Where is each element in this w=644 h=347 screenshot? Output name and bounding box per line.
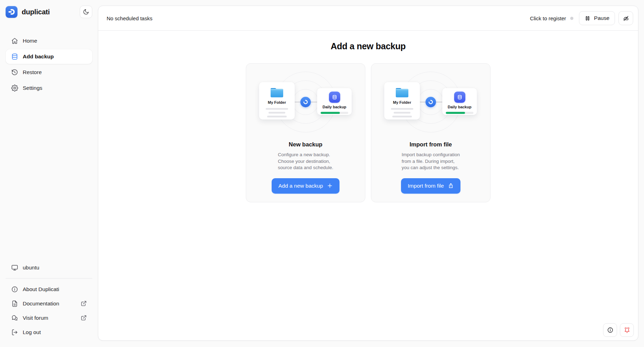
content-area: Add a new backup xyxy=(98,31,638,340)
sync-icon xyxy=(300,97,311,107)
register-status-dot xyxy=(570,17,573,20)
throttle-gauge-icon xyxy=(623,15,629,22)
folder-icon xyxy=(395,87,409,98)
info-icon xyxy=(11,286,18,293)
card-description: Import backup configuration from a file.… xyxy=(402,152,460,171)
backup-app-icon xyxy=(454,92,465,103)
footer-item-label: Visit forum xyxy=(23,315,48,321)
skeleton-lines xyxy=(259,108,295,117)
backup-app-icon xyxy=(329,92,340,103)
footer-item-label: Log out xyxy=(23,329,41,335)
skeleton-lines xyxy=(384,108,420,117)
sidebar-item-home[interactable]: Home xyxy=(6,34,92,48)
backup-progress-bar xyxy=(321,112,348,114)
backup-illustration: My Folder xyxy=(246,64,365,136)
sidebar-item-settings[interactable]: Settings xyxy=(6,81,92,95)
sidebar-item-documentation[interactable]: Documentation xyxy=(6,296,92,311)
sidebar-item-visit-forum[interactable]: Visit forum xyxy=(6,311,92,325)
backup-option-cards: My Folder xyxy=(246,63,491,202)
pause-button[interactable]: Pause xyxy=(579,11,615,25)
import-from-file-button[interactable]: Import from file xyxy=(401,178,460,194)
info-button[interactable] xyxy=(603,323,617,337)
sidebar-item-add-backup[interactable]: Add backup xyxy=(6,49,92,64)
plus-icon xyxy=(327,183,333,189)
card-title: New backup xyxy=(289,141,322,148)
sidebar-divider xyxy=(6,278,92,279)
source-folder-label: My Folder xyxy=(393,100,411,104)
chat-bubbles-icon xyxy=(11,315,18,321)
bell-ringing-icon xyxy=(624,327,630,333)
click-to-register-link[interactable]: Click to register xyxy=(530,15,566,21)
logout-icon xyxy=(11,329,18,336)
topbar: No scheduled tasks Click to register Pau… xyxy=(98,6,638,31)
home-icon xyxy=(11,37,18,44)
throttle-button[interactable] xyxy=(618,11,633,25)
sidebar-item-about[interactable]: About Duplicati xyxy=(6,282,92,296)
folder-icon xyxy=(270,87,284,98)
panel-corner-buttons xyxy=(603,323,634,337)
info-circle-icon xyxy=(607,327,614,333)
card-description: Configure a new backup. Choose your dest… xyxy=(278,152,333,171)
moon-icon xyxy=(83,9,89,15)
backup-progress-bar xyxy=(446,112,473,114)
pause-label: Pause xyxy=(594,15,609,21)
sidebar-nav: Home Add backup Restore xyxy=(6,34,92,95)
destination-label: Daily backup xyxy=(448,105,472,109)
sidebar-item-logout[interactable]: Log out xyxy=(6,325,92,339)
duplicati-logo xyxy=(6,6,17,18)
sidebar-item-restore[interactable]: Restore xyxy=(6,65,92,80)
document-icon xyxy=(11,300,18,307)
source-folder-card: My Folder xyxy=(384,82,420,120)
history-icon xyxy=(11,69,18,76)
external-link-icon xyxy=(81,315,87,321)
destination-card: Daily backup xyxy=(317,88,352,115)
sidebar-item-label: Add backup xyxy=(23,53,54,60)
database-icon xyxy=(11,53,18,60)
sync-icon xyxy=(425,97,436,107)
sidebar: duplicati Home xyxy=(0,0,98,347)
sidebar-item-label: Home xyxy=(23,38,37,44)
import-from-file-card: My Folder xyxy=(371,63,491,202)
main-panel: No scheduled tasks Click to register Pau… xyxy=(98,6,638,341)
footer-item-label: About Duplicati xyxy=(23,286,59,292)
sidebar-header: duplicati xyxy=(6,6,92,18)
notifications-button[interactable] xyxy=(620,323,634,337)
card-title: Import from file xyxy=(409,141,452,148)
add-new-backup-button[interactable]: Add a new backup xyxy=(272,178,339,194)
source-folder-card: My Folder xyxy=(259,82,295,120)
pause-icon xyxy=(585,15,591,21)
sidebar-item-label: Restore xyxy=(23,69,42,75)
machine-label: ubuntu xyxy=(23,265,39,271)
theme-toggle-button[interactable] xyxy=(80,6,92,18)
app-title: duplicati xyxy=(22,8,50,16)
source-folder-label: My Folder xyxy=(268,100,286,104)
upload-icon xyxy=(448,183,454,189)
gear-icon xyxy=(11,85,18,92)
button-label: Add a new backup xyxy=(278,183,323,189)
footer-item-label: Documentation xyxy=(23,301,59,307)
monitor-icon xyxy=(11,264,18,271)
backup-illustration: My Folder xyxy=(371,64,490,136)
page-title: Add a new backup xyxy=(331,41,406,51)
button-label: Import from file xyxy=(408,183,444,189)
sidebar-item-label: Settings xyxy=(23,85,42,91)
scheduled-tasks-status: No scheduled tasks xyxy=(107,15,152,21)
external-link-icon xyxy=(81,301,87,306)
destination-label: Daily backup xyxy=(323,105,346,109)
machine-name: ubuntu xyxy=(6,261,92,275)
new-backup-card: My Folder xyxy=(246,63,365,202)
destination-card: Daily backup xyxy=(442,88,477,115)
